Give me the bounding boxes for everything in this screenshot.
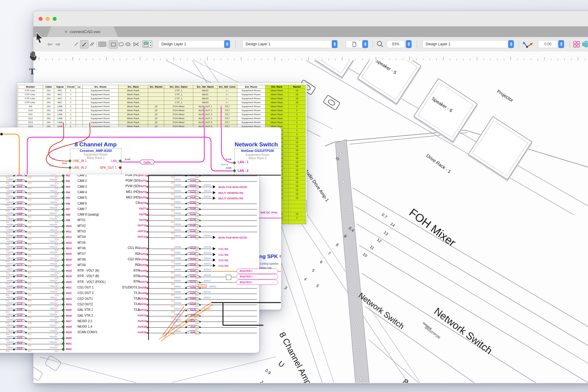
table-cell[interactable]: [76, 117, 82, 121]
table-header-Src_Skt_Conn[interactable]: Src_Skt_Conn: [217, 85, 237, 89]
table-cell[interactable]: STJ: [217, 117, 237, 121]
table-cell[interactable]: Equipment Room: [237, 89, 265, 93]
table-cell[interactable]: Equipment Room: [82, 105, 118, 109]
viewport-panel-icon[interactable]: [142, 40, 152, 48]
table-cell[interactable]: 2: [288, 133, 305, 137]
table-header-Dst_Room[interactable]: Dst_Room: [237, 85, 265, 89]
table-cell[interactable]: D11: [18, 113, 43, 117]
table-cell[interactable]: [76, 101, 82, 105]
table-cell[interactable]: FOH Mixer: [164, 105, 193, 109]
rectangle-tool-icon[interactable]: [109, 40, 118, 49]
table-cell[interactable]: AUX_OUT 5: [193, 121, 217, 125]
table-cell[interactable]: 15: [288, 212, 305, 216]
tab-connectcad[interactable]: ✕ connectCAD.vwx: [47, 26, 118, 37]
table-cell[interactable]: 15: [288, 172, 305, 176]
table-cell[interactable]: 1: [66, 109, 76, 113]
table-cell[interactable]: MIC: [54, 97, 66, 101]
table-cell[interactable]: 15: [288, 196, 305, 200]
table-cell[interactable]: 1: [66, 89, 76, 93]
table-cell[interactable]: Mic04: [193, 97, 217, 101]
table-header-Dst_Rack[interactable]: Dst_Rack: [265, 85, 288, 89]
ellipse-tool-icon[interactable]: [125, 40, 131, 48]
table-cell[interactable]: 2: [288, 117, 305, 121]
table-cell[interactable]: Mixer Rack: [265, 109, 288, 113]
table-row[interactable]: CTP Line -291MIC1Equipment RoomMixer Rac…: [18, 97, 307, 101]
table-cell[interactable]: STJ: [217, 105, 237, 109]
table-header-Src_RackU[interactable]: Src_RackU: [148, 85, 164, 89]
table-cell[interactable]: Equipment Room: [82, 109, 118, 113]
table-cell[interactable]: D9: [18, 105, 43, 109]
table-cell[interactable]: 2: [288, 216, 305, 220]
table-cell[interactable]: CTP_1: [164, 101, 193, 105]
table-cell[interactable]: Mic02: [193, 89, 217, 93]
table-cell[interactable]: 291: [43, 121, 54, 125]
patchbay-window[interactable]: H9094BNCBNCBNCE01FH9134IN1CAM 1H9087BNCB…: [0, 175, 259, 353]
table-cell[interactable]: Mixer Rack: [118, 109, 148, 113]
table-cell[interactable]: MIC: [54, 89, 66, 93]
table-cell[interactable]: Equipment Room: [237, 117, 265, 121]
titlebar[interactable]: [33, 11, 588, 26]
grid-settings-icon[interactable]: [573, 40, 580, 48]
table-cell[interactable]: [76, 109, 82, 113]
table-cell[interactable]: [288, 208, 305, 212]
table-cell[interactable]: 15: [288, 168, 305, 172]
table-cell[interactable]: Mixer Rack: [265, 89, 288, 93]
double-line-tool-icon[interactable]: [89, 40, 95, 48]
table-row[interactable]: D9291LINE1Equipment RoomMixer Rack15FOH …: [18, 105, 307, 109]
table-cell[interactable]: 291: [43, 89, 54, 93]
table-cell[interactable]: [306, 208, 307, 212]
table-cell[interactable]: [306, 204, 307, 208]
selected-tag[interactable]: S9522: [198, 285, 206, 288]
table-cell[interactable]: [148, 101, 164, 105]
zoom-search-icon[interactable]: [376, 40, 384, 48]
table-cell[interactable]: [76, 105, 82, 109]
layer-select-1[interactable]: Design Layer 1: [158, 40, 225, 48]
tab-close-icon[interactable]: ✕: [64, 30, 67, 34]
table-cell[interactable]: Equipment Room: [237, 97, 265, 101]
table-cell[interactable]: 1: [66, 113, 76, 117]
table-header-RackU[interactable]: RackU: [288, 85, 305, 89]
table-cell[interactable]: Equipment Room: [82, 101, 118, 105]
table-cell[interactable]: 15: [288, 160, 305, 164]
table-cell[interactable]: 291: [43, 117, 54, 121]
table-cell[interactable]: 15: [288, 93, 305, 97]
table-cell[interactable]: Equipment Room: [82, 89, 118, 93]
table-cell[interactable]: FOH Mixer: [164, 117, 193, 121]
table-cell[interactable]: 15: [288, 153, 305, 156]
table-header-Number[interactable]: Number: [18, 85, 43, 89]
table-cell[interactable]: 291: [43, 93, 54, 97]
table-cell[interactable]: [288, 200, 305, 204]
table-cell[interactable]: 15: [288, 149, 305, 153]
table-cell[interactable]: Mixer Rack: [118, 97, 148, 101]
table-cell[interactable]: 15: [288, 97, 305, 101]
table-cell[interactable]: LINE: [54, 113, 66, 117]
table-cell[interactable]: AUX_OUT 2: [193, 109, 217, 113]
table-cell[interactable]: Equipment Room: [82, 121, 118, 125]
sheet-select[interactable]: [346, 40, 363, 48]
table-cell[interactable]: 2: [288, 105, 305, 109]
table-cell[interactable]: 15: [148, 117, 164, 121]
table-cell[interactable]: Mixer Rack: [118, 105, 148, 109]
table-cell[interactable]: [76, 93, 82, 97]
table-row[interactable]: CTP Line -291MIC1Equipment RoomMixer Rac…: [18, 93, 307, 97]
table-cell[interactable]: 15: [288, 188, 305, 192]
table-cell[interactable]: Mixer Rack: [265, 113, 288, 117]
table-row[interactable]: D11291LINE1Equipment RoomMixer Rack15FOH…: [18, 113, 307, 117]
table-row[interactable]: CTP Line -291MIC1Equipment RoomMixer Rac…: [18, 101, 307, 105]
table-header-Src_Dev_Name[interactable]: Src_Dev_Name: [164, 85, 193, 89]
table-cell[interactable]: CTP Line -: [18, 97, 43, 101]
table-cell[interactable]: 291: [43, 97, 54, 101]
forward-button[interactable]: ⇨: [55, 40, 60, 48]
fill-swatch[interactable]: [98, 40, 106, 48]
table-header-Cable[interactable]: Cable: [43, 85, 54, 89]
zoom-stepper[interactable]: [406, 40, 412, 48]
table-cell[interactable]: LINE: [54, 121, 66, 125]
text-tool-icon[interactable]: T: [29, 66, 35, 77]
table-cell[interactable]: FOH Mixer: [164, 113, 193, 117]
table-cell[interactable]: CTP Line -: [18, 89, 43, 93]
table-cell[interactable]: 1: [66, 105, 76, 109]
table-cell[interactable]: 2: [288, 113, 305, 117]
table-cell[interactable]: [76, 121, 82, 125]
back-button[interactable]: ⇦: [47, 40, 52, 48]
table-cell[interactable]: MIC: [54, 93, 66, 97]
